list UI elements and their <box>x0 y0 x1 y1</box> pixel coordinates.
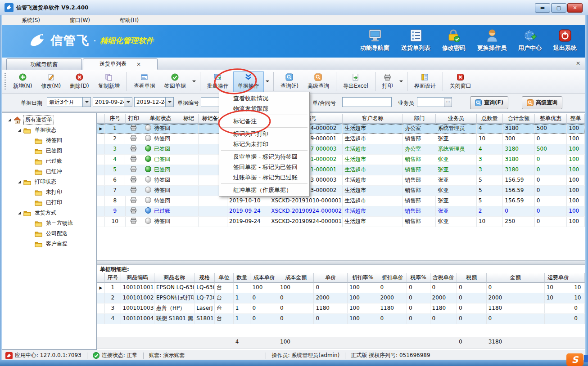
column-header[interactable]: 标记 <box>179 114 199 124</box>
expander-icon[interactable] <box>18 128 22 132</box>
dropdown-arrow-icon[interactable] <box>399 80 403 82</box>
column-header[interactable]: 金额 <box>487 273 545 283</box>
tree-item[interactable]: 已过账 <box>2 156 96 166</box>
salesman-picker-button[interactable]: ··· <box>444 98 452 107</box>
table-row[interactable]: 10 待签回 2019-09-24 XSCKD-20190924-000001 … <box>97 217 585 227</box>
tree-item[interactable]: 已签回 <box>2 146 96 156</box>
context-menu-item[interactable]: 查看收款情况 <box>219 93 309 103</box>
batch-ops-button[interactable]: 批量操作 <box>203 71 233 92</box>
tab-nav-window[interactable]: 功能导航窗 <box>6 58 82 70</box>
ui-design-button[interactable]: 界面设计 <box>410 71 440 92</box>
detail-row[interactable]: 3 100101003 惠普（HP） LaserJ 台 1 0 0 1180 1… <box>97 304 585 314</box>
expander-icon[interactable] <box>8 118 12 122</box>
tree-item[interactable]: 单据状态 <box>2 125 96 135</box>
table-row[interactable]: 8 待签回 2019-10-10 XSCKD-20191010-000001 生… <box>97 196 585 206</box>
adv-query-button-toolbar[interactable]: 高级查询 <box>303 71 334 92</box>
column-header[interactable]: 税率% <box>407 273 430 283</box>
exit-system-button[interactable]: 退出系统 <box>553 29 577 52</box>
copy-add-button[interactable]: 复制新增 <box>94 71 124 92</box>
column-header[interactable]: 整单优惠 <box>535 114 567 124</box>
date-to-select[interactable]: 2019-12-24 <box>134 97 174 107</box>
context-menu-item[interactable]: 标记为已打印 <box>219 129 309 139</box>
tab-delivery-list[interactable]: 送货单列表 × <box>83 58 158 70</box>
column-header[interactable]: 税额 <box>457 273 487 283</box>
detail-row[interactable]: ▶ 1 100101001 EPSON LQ-630K LQ-630 台 1 1… <box>97 283 585 293</box>
tree-item[interactable]: 所有送货单 <box>2 115 96 125</box>
chevron-down-icon[interactable] <box>124 98 132 107</box>
adv-query-button[interactable]: 高级查询 <box>522 96 562 109</box>
context-menu-item[interactable]: 标记为未打印 <box>219 139 309 149</box>
export-excel-button[interactable]: 导出Excel <box>339 71 373 92</box>
menu-help[interactable]: 帮助(H) <box>120 17 139 24</box>
query-button-toolbar[interactable]: 查询(F) <box>276 71 303 92</box>
tree-item[interactable]: 打印状态 <box>2 177 96 187</box>
column-header[interactable]: 单位 <box>215 273 234 283</box>
column-header[interactable]: 打印 <box>126 114 143 124</box>
print-button[interactable]: 打印 <box>378 71 405 92</box>
context-menu-item[interactable]: 标记备注 <box>219 116 309 126</box>
chevron-down-icon[interactable] <box>82 98 90 107</box>
delivery-list-button[interactable]: 送货单列表 <box>401 29 430 52</box>
sign-back-button[interactable]: 签回单据 <box>160 71 198 92</box>
table-row[interactable]: 7 待签回 23-000002 生活超市 销售部 张亚 5 156.59 0 1… <box>97 186 585 196</box>
column-header[interactable]: 总数量 <box>477 114 503 124</box>
column-header[interactable]: 商品名称 <box>154 273 194 283</box>
column-header[interactable]: 单价 <box>314 273 347 283</box>
column-header[interactable]: 整单 <box>567 114 585 124</box>
menu-window[interactable]: 窗口(W) <box>70 17 90 24</box>
tree-item[interactable]: 第三方物流 <box>2 218 96 228</box>
panel-splitter[interactable] <box>97 260 585 265</box>
column-header[interactable]: 规格 <box>194 273 215 283</box>
dropdown-arrow-icon[interactable] <box>266 80 269 82</box>
tree-item[interactable]: 未打印 <box>2 187 96 197</box>
nav-window-button[interactable]: 功能导航窗 <box>360 29 389 52</box>
tree-item[interactable]: 发货方式 <box>2 208 96 218</box>
close-window-button[interactable]: 关闭窗口 <box>445 71 476 92</box>
column-header[interactable]: 折扣单价 <box>378 273 407 283</box>
chevron-down-icon[interactable] <box>165 98 173 107</box>
tree-item[interactable]: 公司配送 <box>2 228 96 239</box>
tree-item[interactable]: 已红冲 <box>2 166 96 177</box>
view-doc-button[interactable]: 查看单据 <box>129 71 160 92</box>
column-header[interactable]: 序号 <box>105 114 126 124</box>
table-row[interactable]: 4 已签回 01-000002 生活超市 销售部 张亚 3 3180 0 100 <box>97 155 585 165</box>
tree-item[interactable]: 客户自提 <box>2 239 96 249</box>
column-header[interactable]: 客户名称 <box>343 114 403 124</box>
context-menu-item[interactable]: 物流发货跟踪 <box>219 103 309 114</box>
add-button[interactable]: 新增(N) <box>9 71 36 92</box>
table-row[interactable]: 3 已签回 07-000003 生活超市 办公室 系统管理员 4 3180 50… <box>97 144 585 155</box>
table-row[interactable]: ▶ 1 待签回 24-000002 生活超市 办公室 系统管理员 4 3180 … <box>97 124 585 134</box>
detail-row[interactable]: 2 100101002 EPSON针式打印 LQ-730 台 1 0 0 200… <box>97 293 585 304</box>
column-header[interactable]: 商品编码 <box>121 273 154 283</box>
contract-input[interactable] <box>342 97 392 107</box>
table-row[interactable]: 9 已过账 2019-09-24 XSCKD-20190924-000002 生… <box>97 206 585 217</box>
edit-button[interactable]: 修改(M) <box>36 71 65 92</box>
maximize-button[interactable]: ▢ <box>551 3 566 13</box>
date-from-select[interactable]: 2019-09-24 <box>93 97 132 107</box>
table-row[interactable]: 6 待签回 23-000003 生活超市 销售部 张亚 5 156.59 0 1… <box>97 175 585 186</box>
column-header[interactable]: 含税单价 <box>430 273 457 283</box>
detail-row[interactable]: 4 100101004 联想 S1801 黑 S1801 台 1 0 0 0 1… <box>97 314 585 324</box>
context-menu-item[interactable]: 红冲单据（作废单据） <box>219 185 309 195</box>
column-header[interactable]: 单据状态 <box>142 114 179 124</box>
delete-button[interactable]: 删除(D) <box>65 71 94 92</box>
context-menu-item[interactable]: 过账单据 - 标记为已过账 <box>219 172 309 183</box>
column-header[interactable]: 数量 <box>234 273 251 283</box>
change-password-button[interactable]: 修改密码 <box>442 29 466 52</box>
column-header[interactable]: 业务员 <box>436 114 476 124</box>
switch-operator-button[interactable]: 更换操作员 <box>477 29 507 52</box>
menu-system[interactable]: 系统(S) <box>22 17 40 24</box>
tabstrip-close-icon[interactable]: ✕ <box>576 60 580 67</box>
context-menu-item[interactable]: 反审单据 - 标记为待签回 <box>219 152 309 162</box>
column-header[interactable]: 成本单价 <box>250 273 278 283</box>
column-header[interactable]: 运费单价 <box>545 273 573 283</box>
column-header[interactable]: 折扣率% <box>348 273 379 283</box>
column-header[interactable]: 序号 <box>105 273 121 283</box>
expander-icon[interactable] <box>18 180 22 184</box>
context-menu-item[interactable]: 签回单据 - 标记为已签回 <box>219 162 309 172</box>
dropdown-arrow-icon[interactable] <box>192 80 196 82</box>
column-header[interactable]: 合计金额 <box>503 114 534 124</box>
close-button[interactable]: ✕ <box>567 3 583 13</box>
tree-item[interactable]: 已打印 <box>2 197 96 208</box>
column-header[interactable]: 成本金额 <box>278 273 314 283</box>
